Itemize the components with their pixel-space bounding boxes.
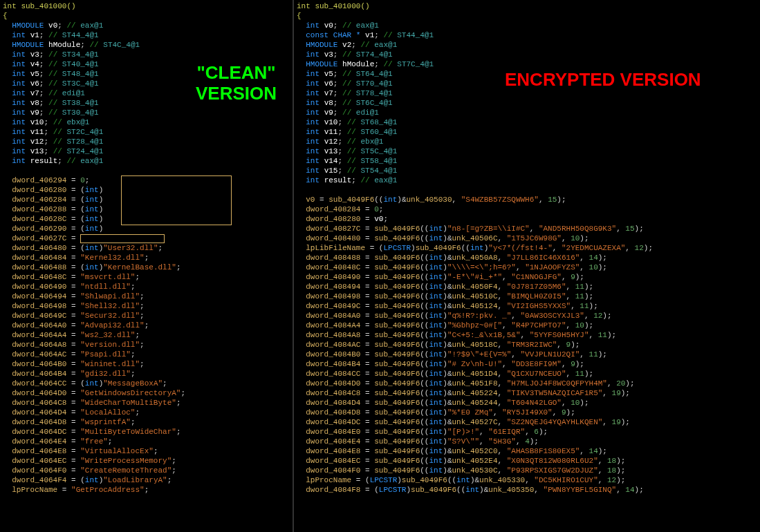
assignment-line: dword_4084B0 = sub_4049F6((int)"!?$9\"+E… bbox=[297, 350, 757, 359]
right-pane-encrypted: int sub_401000(){ int v0; // eax@1 const… bbox=[294, 0, 760, 532]
blank-line bbox=[297, 185, 757, 195]
func-signature: int sub_401000() bbox=[297, 1, 757, 11]
assignment-line: dword_40848C = sub_4049F6((int)"\\\\=<\"… bbox=[297, 263, 757, 272]
var-decl: int v9; // ST30_4@1 bbox=[3, 108, 290, 117]
var-decl: int result; // eax@1 bbox=[3, 156, 290, 166]
var-decl: int v11; // ST60_4@1 bbox=[297, 127, 757, 137]
redacted-block bbox=[80, 234, 165, 243]
encrypted-version-label: ENCRYPTED VERSION bbox=[505, 69, 701, 90]
assignment-line: dword_4064C8 = "WideCharToMultiByte"; bbox=[3, 398, 290, 408]
assignment-line: dword_4084F0 = sub_4049F6((int)&unk_4053… bbox=[297, 466, 757, 475]
assignment-line: dword_4064E8 = "VirtualAllocEx"; bbox=[3, 446, 290, 456]
assignment-line: dword_4084CC = sub_4049F6((int)&unk_4051… bbox=[297, 369, 757, 379]
assignment-line: dword_4064E4 = "free"; bbox=[3, 437, 290, 446]
assignment-line: dword_4064A4 = "ws2_32.dll"; bbox=[3, 330, 290, 340]
split-panes: int sub_401000(){ HMODULE v0; // eax@1 i… bbox=[0, 0, 760, 532]
assignment-line: dword_406494 = "Shlwapi.dll"; bbox=[3, 292, 290, 301]
var-decl: int v13; // ST24_4@1 bbox=[3, 146, 290, 156]
blank-line bbox=[3, 166, 290, 175]
var-decl: HMODULE hModule; // ST4C_4@1 bbox=[3, 40, 290, 50]
var-decl: int v10; // ST68_4@1 bbox=[297, 117, 757, 127]
var-decl: int v3; // ST74_4@1 bbox=[297, 50, 757, 59]
assignment-line: dword_406290 = (int) bbox=[3, 224, 290, 234]
assignment-line: dword_406490 = "ntdll.dll"; bbox=[3, 282, 290, 292]
var-decl: int v10; // ebx@1 bbox=[3, 117, 290, 127]
var-decl: int result; // eax@1 bbox=[297, 175, 757, 185]
assignment-line: dword_406498 = "Shell32.dll"; bbox=[3, 301, 290, 311]
assignment-line: dword_406480 = (int)"User32.dll"; bbox=[3, 243, 290, 253]
assignment-line: dword_408490 = sub_4049F6((int)"-E*\"#i_… bbox=[297, 272, 757, 282]
var-decl: int v13; // ST5C_4@1 bbox=[297, 146, 757, 156]
redacted-block bbox=[121, 175, 232, 225]
assignment-line: dword_4064AC = "Psapi.dll"; bbox=[3, 350, 290, 359]
assignment-line: dword_4084C8 = sub_4049F6((int)&unk_4052… bbox=[297, 388, 757, 398]
assignment-line: dword_408498 = sub_4049F6((int)&unk_4051… bbox=[297, 292, 757, 301]
assignment-line: dword_4064A0 = "Advapi32.dll"; bbox=[3, 321, 290, 330]
var-decl: int v7; // ST78_4@1 bbox=[297, 88, 757, 98]
assignment-line: dword_4084E8 = sub_4049F6((int)&unk_4052… bbox=[297, 446, 757, 456]
var-decl: int v11; // ST2C_4@1 bbox=[3, 127, 290, 137]
assignment-line: dword_4064CC = (int)"MessageBoxA"; bbox=[3, 379, 290, 388]
assignment-line: dword_4084A8 = sub_4049F6((int)"C<+5:_&\… bbox=[297, 330, 757, 340]
var-decl: int v15; // ST54_4@1 bbox=[297, 166, 757, 175]
assignment-line: lpProcName = "GetProcAddress"; bbox=[3, 485, 290, 495]
assignment-line: lpLibFileName = (LPCSTR)sub_4049F6((int)… bbox=[297, 243, 757, 253]
assignment-line: dword_40649C = "Secur32.dll"; bbox=[3, 311, 290, 321]
open-brace: { bbox=[3, 11, 290, 21]
clean-version-label: "CLEAN" VERSION bbox=[180, 62, 293, 104]
assignment-line: dword_4064D8 = "wsprintfA"; bbox=[3, 417, 290, 427]
assignment-line: dword_40849C = sub_4049F6((int)&unk_4051… bbox=[297, 301, 757, 311]
assignment-line: dword_4084D8 = sub_4049F6((int)"%*E0 ZMq… bbox=[297, 408, 757, 417]
assignment-line: dword_4084E0 = sub_4049F6((int)"[P)>!", … bbox=[297, 427, 757, 437]
assignment-line: dword_406488 = (int)"KernelBase.dll"; bbox=[3, 263, 290, 272]
assignment-line: dword_406484 = "Kernel32.dll"; bbox=[3, 253, 290, 263]
var-decl: int v12; // ST28_4@1 bbox=[3, 137, 290, 146]
var-decl: int v3; // ST34_4@1 bbox=[3, 50, 290, 59]
assignment-line: dword_4064EC = "WriteProcessMemory"; bbox=[3, 456, 290, 466]
assignment-line: dword_4064F4 = (int)"LoadLibraryA"; bbox=[3, 475, 290, 485]
var-decl: int v0; // eax@1 bbox=[297, 21, 757, 30]
assignment-line: dword_4064A8 = "version.dll"; bbox=[3, 340, 290, 350]
assignment-line: dword_40827C = sub_4049F6((int)"n8-[=g?Z… bbox=[297, 224, 757, 234]
left-pane-clean: int sub_401000(){ HMODULE v0; // eax@1 i… bbox=[0, 0, 294, 532]
func-signature: int sub_401000() bbox=[3, 1, 290, 11]
assignment-line: dword_4084A0 = sub_4049F6((int)"q%!R?:pk… bbox=[297, 311, 757, 321]
assignment-line: lpProcName = (LPCSTR)sub_4049F6((int)&un… bbox=[297, 475, 757, 485]
assignment-line: dword_4064B4 = "gdi32.dll"; bbox=[3, 369, 290, 379]
var-decl: HMODULE v0; // eax@1 bbox=[3, 21, 290, 30]
var-decl: HMODULE v2; // eax@1 bbox=[297, 40, 757, 50]
assignment-line: dword_408488 = sub_4049F6((int)&unk_4050… bbox=[297, 253, 757, 263]
open-brace: { bbox=[297, 11, 757, 21]
assignment-line: dword_4084AC = sub_4049F6((int)&unk_4051… bbox=[297, 340, 757, 350]
var-decl: int v12; // ebx@1 bbox=[297, 137, 757, 146]
assignment-line: dword_4084A4 = sub_4049F6((int)"%Gbhpz~0… bbox=[297, 321, 757, 330]
assignment-line: dword_4084B4 = sub_4049F6((int)"# Zv\nh-… bbox=[297, 359, 757, 369]
var-decl: int v9; // edi@1 bbox=[297, 108, 757, 117]
var-decl: int v1; // ST44_4@1 bbox=[3, 30, 290, 40]
var-decl: int v8; // ST6C_4@1 bbox=[297, 98, 757, 108]
assignment-line: dword_40627C = bbox=[3, 234, 290, 243]
assignment-line: dword_4084EC = sub_4049F6((int)&unk_4052… bbox=[297, 456, 757, 466]
assignment-line: dword_408494 = sub_4049F6((int)&unk_4050… bbox=[297, 282, 757, 292]
var-decl: HMODULE hModule; // ST7C_4@1 bbox=[297, 59, 757, 69]
var-decl: const CHAR * v1; // ST44_4@1 bbox=[297, 30, 757, 40]
assignment-line: dword_4064D0 = "GetWindowsDirectoryA"; bbox=[3, 388, 290, 398]
assignment-line: dword_40648C = "msvcrt.dll"; bbox=[3, 272, 290, 282]
assignment-line: dword_4084D0 = sub_4049F6((int)&unk_4051… bbox=[297, 379, 757, 388]
assignment-line: dword_408284 = 0; bbox=[297, 205, 757, 214]
assignment-line: dword_4064F0 = "CreateRemoteThread"; bbox=[3, 466, 290, 475]
var-decl: int v14; // ST58_4@1 bbox=[297, 156, 757, 166]
assignment-line: dword_4064D4 = "LocalAlloc"; bbox=[3, 408, 290, 417]
assignment-line: v0 = sub_4049F6((int)&unk_405030, "S4WZB… bbox=[297, 195, 757, 205]
assignment-line: dword_4064DC = "MultiByteToWideChar"; bbox=[3, 427, 290, 437]
assignment-line: dword_4084D4 = sub_4049F6((int)&unk_4052… bbox=[297, 398, 757, 408]
assignment-line: dword_408280 = v0; bbox=[297, 214, 757, 224]
assignment-line: dword_4084E4 = sub_4049F6((int)"S?V\"", … bbox=[297, 437, 757, 446]
assignment-line: dword_4084DC = sub_4049F6((int)&unk_4052… bbox=[297, 417, 757, 427]
assignment-line: dword_4064B0 = "wininet.dll"; bbox=[3, 359, 290, 369]
assignment-line: dword_408480 = sub_4049F6((int)&unk_4050… bbox=[297, 234, 757, 243]
assignment-line: dword_4084F8 = (LPCSTR)sub_4049F6((int)&… bbox=[297, 485, 757, 495]
